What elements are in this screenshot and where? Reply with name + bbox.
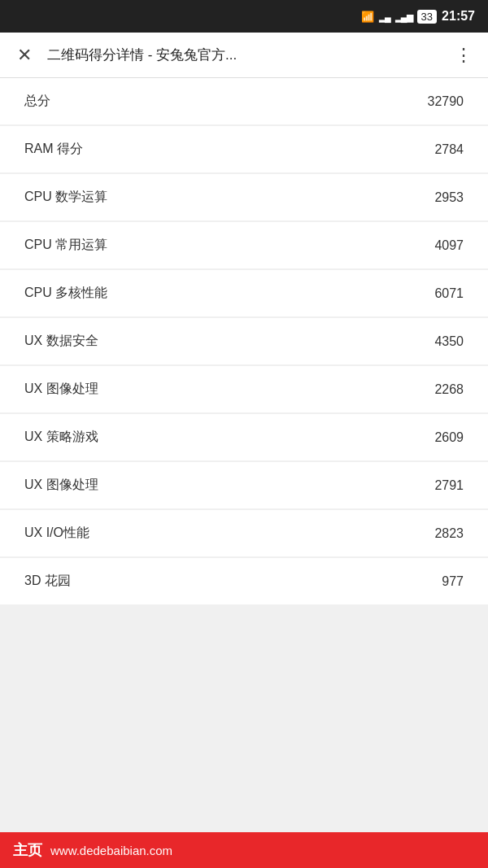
score-label: 3D 花园	[24, 573, 71, 590]
status-icons: 33 21:57	[361, 9, 475, 24]
score-row: RAM 得分2784	[0, 126, 488, 172]
score-label: 总分	[24, 93, 50, 110]
score-row: UX 数据安全4350	[0, 318, 488, 364]
score-label: UX 策略游戏	[24, 429, 98, 446]
more-button[interactable]: ⋮	[449, 41, 478, 70]
score-value: 6071	[434, 286, 464, 301]
score-value: 2791	[434, 478, 464, 493]
score-row: UX 图像处理2268	[0, 366, 488, 412]
score-row: UX 策略游戏2609	[0, 414, 488, 460]
signal1-icon	[379, 10, 390, 23]
status-bar: 33 21:57	[0, 0, 488, 33]
signal2-icon	[395, 10, 412, 23]
score-label: UX 图像处理	[24, 381, 98, 398]
bottom-url: www.dedebaibian.com	[50, 844, 172, 857]
score-row: UX 图像处理2791	[0, 462, 488, 508]
score-label: CPU 多核性能	[24, 285, 107, 302]
score-list: 总分32790RAM 得分2784CPU 数学运算2953CPU 常用运算409…	[0, 78, 488, 604]
battery-indicator: 33	[417, 10, 437, 24]
status-time: 21:57	[442, 9, 475, 24]
score-label: RAM 得分	[24, 141, 83, 158]
wifi-icon	[361, 10, 374, 23]
score-label: UX 图像处理	[24, 477, 98, 494]
close-button[interactable]: ✕	[10, 41, 39, 70]
home-label[interactable]: 主页	[13, 840, 42, 860]
score-value: 977	[442, 574, 464, 589]
score-value: 2784	[434, 142, 464, 157]
score-value: 4350	[434, 334, 464, 349]
score-row: CPU 常用运算4097	[0, 222, 488, 268]
score-value: 32790	[428, 94, 464, 109]
score-value: 4097	[434, 238, 464, 253]
score-label: UX 数据安全	[24, 333, 98, 350]
score-value: 2609	[434, 430, 464, 445]
score-value: 2823	[434, 526, 464, 541]
score-row: CPU 多核性能6071	[0, 270, 488, 316]
score-row: 3D 花园977	[0, 558, 488, 604]
score-value: 2953	[434, 190, 464, 205]
score-value: 2268	[434, 382, 464, 397]
toolbar-title: 二维码得分详情 - 安兔兔官方...	[47, 46, 441, 64]
toolbar: ✕ 二维码得分详情 - 安兔兔官方... ⋮	[0, 33, 488, 78]
score-row: 总分32790	[0, 78, 488, 124]
score-row: CPU 数学运算2953	[0, 174, 488, 220]
score-label: CPU 数学运算	[24, 189, 107, 206]
bottom-bar: 主页 www.dedebaibian.com	[0, 832, 488, 868]
score-label: UX I/O性能	[24, 525, 89, 542]
score-row: UX I/O性能2823	[0, 510, 488, 556]
score-label: CPU 常用运算	[24, 237, 107, 254]
